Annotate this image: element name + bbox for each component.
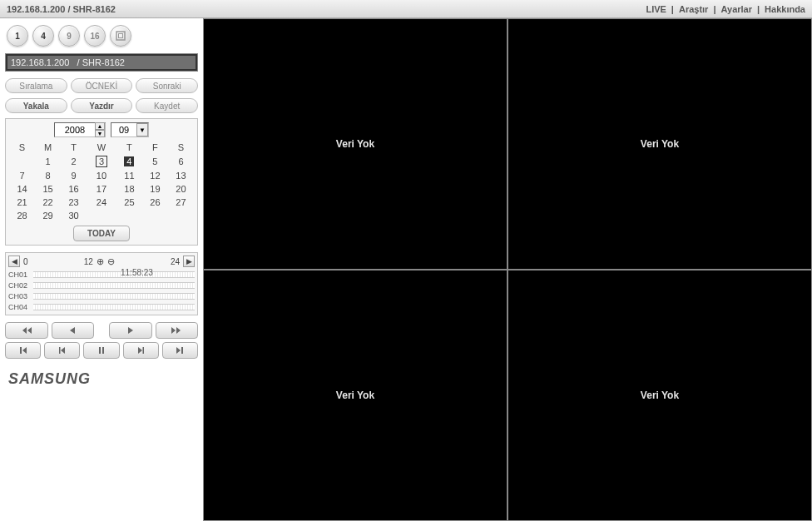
top-bar: 192.168.1.200 / SHR-8162 LIVE | Araştır … — [0, 0, 812, 18]
cal-dayhead: T — [116, 141, 142, 154]
layout-4-button[interactable]: 4 — [32, 25, 54, 47]
cal-cell[interactable] — [168, 209, 194, 222]
year-up-button[interactable]: ▲ — [95, 122, 105, 130]
channel-bar[interactable] — [33, 282, 195, 289]
year-spinner[interactable]: ▲ ▼ — [54, 122, 106, 137]
cal-cell[interactable] — [116, 209, 142, 222]
fast-forward-button[interactable] — [156, 322, 199, 339]
cal-cell[interactable]: 10 — [87, 169, 116, 182]
play-reverse-button[interactable] — [52, 322, 95, 339]
channel-bar[interactable] — [33, 304, 195, 310]
cal-cell[interactable]: 18 — [116, 182, 142, 196]
no-data-label: Veri Yok — [641, 138, 679, 150]
cal-cell[interactable]: 9 — [61, 169, 87, 182]
cal-cell[interactable]: 29 — [35, 209, 61, 222]
cal-cell-selected[interactable]: 4 — [116, 154, 142, 169]
cal-cell[interactable]: 26 — [142, 196, 168, 209]
playback-row-2 — [5, 342, 198, 359]
cal-cell[interactable]: 17 — [87, 182, 116, 196]
skip-start-button[interactable] — [5, 342, 41, 359]
year-input[interactable] — [55, 125, 95, 135]
nav-search[interactable]: Araştır — [679, 4, 708, 14]
cal-cell[interactable]: 11 — [116, 169, 142, 182]
cal-cell[interactable]: 2 — [61, 154, 87, 169]
cal-cell[interactable]: 21 — [9, 196, 35, 209]
action-button-row: Yakala Yazdır Kaydet — [5, 98, 198, 113]
prev-button[interactable]: ÖCNEKİ — [71, 78, 133, 93]
tick-12: 12 — [84, 257, 93, 266]
zoom-out-icon[interactable]: ⊖ — [107, 256, 115, 267]
timeline-next-icon[interactable]: ▶ — [183, 256, 195, 267]
nav-live[interactable]: LIVE — [646, 4, 666, 14]
timeline-panel: ◀ 0 12 ⊕ ⊖ 24 ▶ CH01 CH02 CH03 CH04 11:5… — [5, 252, 198, 315]
video-cell-1[interactable]: Veri Yok — [203, 18, 508, 270]
device-list[interactable]: 192.168.1.200 / SHR-8162 — [5, 53, 198, 72]
cal-cell[interactable]: 30 — [61, 209, 87, 222]
cal-cell[interactable]: 27 — [168, 196, 194, 209]
cal-cell[interactable]: 3 — [87, 154, 116, 169]
cal-cell[interactable]: 5 — [142, 154, 168, 169]
tick-0: 0 — [23, 257, 28, 266]
cal-dayhead: W — [87, 141, 116, 154]
order-button[interactable]: Sıralama — [5, 78, 67, 93]
today-button[interactable]: TODAY — [73, 226, 130, 241]
next-button[interactable]: Sonraki — [136, 78, 198, 93]
play-button[interactable] — [109, 322, 152, 339]
nav-settings[interactable]: Ayarlar — [720, 4, 752, 14]
cal-cell[interactable]: 6 — [168, 154, 194, 169]
cal-cell[interactable]: 8 — [35, 169, 61, 182]
print-button[interactable]: Yazdır — [71, 98, 133, 113]
cal-cell[interactable]: 13 — [168, 169, 194, 182]
channel-bar[interactable] — [33, 271, 195, 278]
playback-row-1 — [5, 322, 198, 339]
step-forward-button[interactable] — [123, 342, 159, 359]
cal-cell[interactable]: 16 — [61, 182, 87, 196]
cal-cell[interactable]: 15 — [35, 182, 61, 196]
cal-cell[interactable] — [9, 154, 35, 169]
save-button[interactable]: Kaydet — [136, 98, 198, 113]
cal-cell[interactable]: 23 — [61, 196, 87, 209]
cal-cell[interactable]: 1 — [35, 154, 61, 169]
rewind-button[interactable] — [5, 322, 48, 339]
cal-dayhead: T — [61, 141, 87, 154]
channel-label: CH01 — [8, 270, 33, 279]
layout-fullscreen-button[interactable] — [110, 25, 131, 47]
pause-button[interactable] — [83, 342, 119, 359]
layout-1-button[interactable]: 1 — [7, 25, 28, 47]
cal-dayhead: F — [142, 141, 168, 154]
cal-cell[interactable]: 14 — [9, 182, 35, 196]
year-down-button[interactable]: ▼ — [95, 130, 105, 137]
layout-16-button[interactable]: 16 — [84, 25, 106, 47]
no-data-label: Veri Yok — [641, 390, 679, 401]
layout-9-button[interactable]: 9 — [58, 25, 80, 47]
brand-main: SAMSUNG — [8, 370, 195, 521]
month-input[interactable] — [111, 125, 136, 135]
month-select[interactable]: ▼ — [111, 122, 149, 137]
channel-bar[interactable] — [33, 293, 195, 300]
timeline-prev-icon[interactable]: ◀ — [8, 256, 20, 267]
zoom-in-icon[interactable]: ⊕ — [97, 256, 104, 267]
cal-cell[interactable]: 28 — [9, 209, 35, 222]
no-data-label: Veri Yok — [336, 138, 374, 150]
cal-cell[interactable]: 22 — [35, 196, 61, 209]
cal-cell[interactable]: 19 — [142, 182, 168, 196]
device-list-item[interactable]: 192.168.1.200 / SHR-8162 — [7, 56, 196, 69]
nav-about[interactable]: Hakkında — [765, 4, 805, 14]
cal-cell[interactable]: 20 — [168, 182, 194, 196]
video-cell-4[interactable]: Veri Yok — [508, 270, 812, 521]
channel-label: CH03 — [8, 292, 33, 300]
month-dropdown-button[interactable]: ▼ — [136, 123, 148, 136]
fullscreen-icon — [116, 31, 126, 41]
video-cell-3[interactable]: Veri Yok — [203, 270, 508, 521]
cal-cell[interactable]: 7 — [9, 169, 35, 182]
cal-cell[interactable]: 12 — [142, 169, 168, 182]
capture-button[interactable]: Yakala — [5, 98, 67, 113]
cal-cell[interactable] — [142, 209, 168, 222]
cal-cell[interactable]: 24 — [87, 196, 116, 209]
cal-cell[interactable]: 25 — [116, 196, 142, 209]
cal-cell[interactable] — [87, 209, 116, 222]
video-cell-2[interactable]: Veri Yok — [508, 18, 812, 270]
svg-rect-0 — [116, 32, 125, 40]
step-back-button[interactable] — [44, 342, 80, 359]
skip-end-button[interactable] — [162, 342, 198, 359]
